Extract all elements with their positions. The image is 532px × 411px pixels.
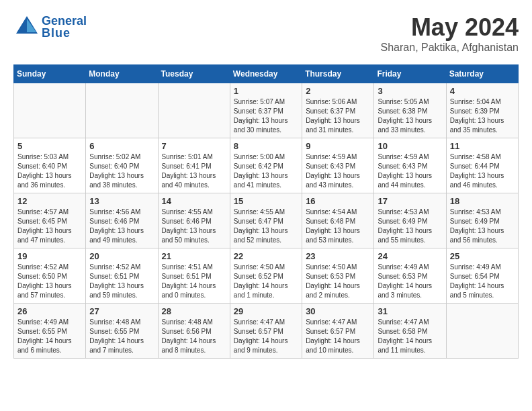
day-cell <box>86 83 158 138</box>
day-info: Sunrise: 5:03 AM Sunset: 6:40 PM Dayligh… <box>17 152 82 190</box>
logo-text: General Blue <box>42 15 87 39</box>
logo-icon <box>13 13 40 40</box>
day-cell: 19Sunrise: 4:52 AM Sunset: 6:50 PM Dayli… <box>14 248 86 304</box>
day-info: Sunrise: 4:55 AM Sunset: 6:46 PM Dayligh… <box>162 208 226 245</box>
day-info: Sunrise: 4:59 AM Sunset: 6:43 PM Dayligh… <box>306 152 370 190</box>
day-info: Sunrise: 5:00 AM Sunset: 6:42 PM Dayligh… <box>234 152 298 190</box>
day-cell: 1Sunrise: 5:07 AM Sunset: 6:37 PM Daylig… <box>230 83 302 138</box>
header-day-sunday: Sunday <box>14 65 86 83</box>
day-info: Sunrise: 4:56 AM Sunset: 6:46 PM Dayligh… <box>89 208 154 245</box>
week-row-4: 19Sunrise: 4:52 AM Sunset: 6:50 PM Dayli… <box>14 248 519 304</box>
day-number: 8 <box>234 141 298 151</box>
page-header: General Blue May 2024 Sharan, Paktika, A… <box>13 13 519 54</box>
day-cell: 9Sunrise: 4:59 AM Sunset: 6:43 PM Daylig… <box>302 138 374 193</box>
day-info: Sunrise: 4:47 AM Sunset: 6:57 PM Dayligh… <box>306 318 370 355</box>
day-info: Sunrise: 4:49 AM Sunset: 6:53 PM Dayligh… <box>378 263 442 300</box>
day-cell: 25Sunrise: 4:49 AM Sunset: 6:54 PM Dayli… <box>446 248 518 304</box>
day-cell: 21Sunrise: 4:51 AM Sunset: 6:51 PM Dayli… <box>158 248 230 304</box>
header-day-saturday: Saturday <box>446 65 518 83</box>
day-cell: 28Sunrise: 4:48 AM Sunset: 6:56 PM Dayli… <box>158 304 230 359</box>
day-number: 17 <box>378 196 442 206</box>
header-day-monday: Monday <box>86 65 158 83</box>
day-number: 29 <box>234 306 298 316</box>
calendar-body: 1Sunrise: 5:07 AM Sunset: 6:37 PM Daylig… <box>14 83 519 359</box>
day-info: Sunrise: 5:02 AM Sunset: 6:40 PM Dayligh… <box>89 152 154 190</box>
day-cell: 14Sunrise: 4:55 AM Sunset: 6:46 PM Dayli… <box>158 193 230 248</box>
day-cell: 16Sunrise: 4:54 AM Sunset: 6:48 PM Dayli… <box>302 193 374 248</box>
day-cell: 17Sunrise: 4:53 AM Sunset: 6:49 PM Dayli… <box>374 193 446 248</box>
location-subtitle: Sharan, Paktika, Afghanistan <box>381 42 519 54</box>
day-cell: 3Sunrise: 5:05 AM Sunset: 6:38 PM Daylig… <box>374 83 446 138</box>
day-number: 9 <box>306 141 370 151</box>
calendar-header: SundayMondayTuesdayWednesdayThursdayFrid… <box>14 65 519 83</box>
day-number: 30 <box>306 306 370 316</box>
day-cell: 18Sunrise: 4:53 AM Sunset: 6:49 PM Dayli… <box>446 193 518 248</box>
day-info: Sunrise: 4:52 AM Sunset: 6:51 PM Dayligh… <box>89 263 154 300</box>
day-number: 20 <box>89 251 154 261</box>
header-day-friday: Friday <box>374 65 446 83</box>
title-section: May 2024 Sharan, Paktika, Afghanistan <box>381 13 519 54</box>
header-day-tuesday: Tuesday <box>158 65 230 83</box>
day-info: Sunrise: 4:49 AM Sunset: 6:54 PM Dayligh… <box>450 263 515 300</box>
day-number: 11 <box>450 141 515 151</box>
day-cell: 5Sunrise: 5:03 AM Sunset: 6:40 PM Daylig… <box>14 138 86 193</box>
day-info: Sunrise: 4:49 AM Sunset: 6:55 PM Dayligh… <box>17 318 82 355</box>
day-number: 23 <box>306 251 370 261</box>
day-number: 16 <box>306 196 370 206</box>
header-day-wednesday: Wednesday <box>230 65 302 83</box>
day-info: Sunrise: 4:47 AM Sunset: 6:57 PM Dayligh… <box>234 318 298 355</box>
day-cell: 22Sunrise: 4:50 AM Sunset: 6:52 PM Dayli… <box>230 248 302 304</box>
day-number: 14 <box>162 196 226 206</box>
day-number: 24 <box>378 251 442 261</box>
day-info: Sunrise: 4:59 AM Sunset: 6:43 PM Dayligh… <box>378 152 442 190</box>
day-cell: 15Sunrise: 4:55 AM Sunset: 6:47 PM Dayli… <box>230 193 302 248</box>
day-number: 19 <box>17 251 82 261</box>
month-year-title: May 2024 <box>381 13 519 42</box>
day-cell: 20Sunrise: 4:52 AM Sunset: 6:51 PM Dayli… <box>86 248 158 304</box>
header-day-thursday: Thursday <box>302 65 374 83</box>
day-cell: 7Sunrise: 5:01 AM Sunset: 6:41 PM Daylig… <box>158 138 230 193</box>
day-cell: 10Sunrise: 4:59 AM Sunset: 6:43 PM Dayli… <box>374 138 446 193</box>
day-info: Sunrise: 4:47 AM Sunset: 6:58 PM Dayligh… <box>378 318 442 355</box>
week-row-3: 12Sunrise: 4:57 AM Sunset: 6:45 PM Dayli… <box>14 193 519 248</box>
day-number: 10 <box>378 141 442 151</box>
day-cell: 24Sunrise: 4:49 AM Sunset: 6:53 PM Dayli… <box>374 248 446 304</box>
day-cell: 31Sunrise: 4:47 AM Sunset: 6:58 PM Dayli… <box>374 304 446 359</box>
logo-general-text: General <box>42 15 87 27</box>
day-number: 12 <box>17 196 82 206</box>
day-number: 28 <box>162 306 226 316</box>
day-info: Sunrise: 4:54 AM Sunset: 6:48 PM Dayligh… <box>306 208 370 245</box>
day-info: Sunrise: 4:53 AM Sunset: 6:49 PM Dayligh… <box>450 208 515 245</box>
day-cell: 13Sunrise: 4:56 AM Sunset: 6:46 PM Dayli… <box>86 193 158 248</box>
logo-blue-text: Blue <box>42 27 87 39</box>
day-cell <box>158 83 230 138</box>
day-info: Sunrise: 5:06 AM Sunset: 6:37 PM Dayligh… <box>306 97 370 135</box>
day-info: Sunrise: 4:51 AM Sunset: 6:51 PM Dayligh… <box>162 263 226 300</box>
day-cell <box>446 304 518 359</box>
day-cell: 2Sunrise: 5:06 AM Sunset: 6:37 PM Daylig… <box>302 83 374 138</box>
day-cell: 4Sunrise: 5:04 AM Sunset: 6:39 PM Daylig… <box>446 83 518 138</box>
day-number: 15 <box>234 196 298 206</box>
day-info: Sunrise: 4:52 AM Sunset: 6:50 PM Dayligh… <box>17 263 82 300</box>
week-row-2: 5Sunrise: 5:03 AM Sunset: 6:40 PM Daylig… <box>14 138 519 193</box>
week-row-5: 26Sunrise: 4:49 AM Sunset: 6:55 PM Dayli… <box>14 304 519 359</box>
day-info: Sunrise: 4:55 AM Sunset: 6:47 PM Dayligh… <box>234 208 298 245</box>
day-cell: 29Sunrise: 4:47 AM Sunset: 6:57 PM Dayli… <box>230 304 302 359</box>
day-info: Sunrise: 4:58 AM Sunset: 6:44 PM Dayligh… <box>450 152 515 190</box>
day-info: Sunrise: 4:50 AM Sunset: 6:52 PM Dayligh… <box>234 263 298 300</box>
day-info: Sunrise: 4:53 AM Sunset: 6:49 PM Dayligh… <box>378 208 442 245</box>
day-number: 1 <box>234 86 298 96</box>
day-info: Sunrise: 5:01 AM Sunset: 6:41 PM Dayligh… <box>162 152 226 190</box>
day-cell: 11Sunrise: 4:58 AM Sunset: 6:44 PM Dayli… <box>446 138 518 193</box>
day-cell <box>14 83 86 138</box>
day-info: Sunrise: 5:05 AM Sunset: 6:38 PM Dayligh… <box>378 97 442 135</box>
week-row-1: 1Sunrise: 5:07 AM Sunset: 6:37 PM Daylig… <box>14 83 519 138</box>
day-number: 31 <box>378 306 442 316</box>
day-cell: 26Sunrise: 4:49 AM Sunset: 6:55 PM Dayli… <box>14 304 86 359</box>
day-cell: 12Sunrise: 4:57 AM Sunset: 6:45 PM Dayli… <box>14 193 86 248</box>
day-number: 25 <box>450 251 515 261</box>
day-number: 27 <box>89 306 154 316</box>
day-number: 2 <box>306 86 370 96</box>
day-info: Sunrise: 4:48 AM Sunset: 6:56 PM Dayligh… <box>162 318 226 355</box>
day-number: 21 <box>162 251 226 261</box>
